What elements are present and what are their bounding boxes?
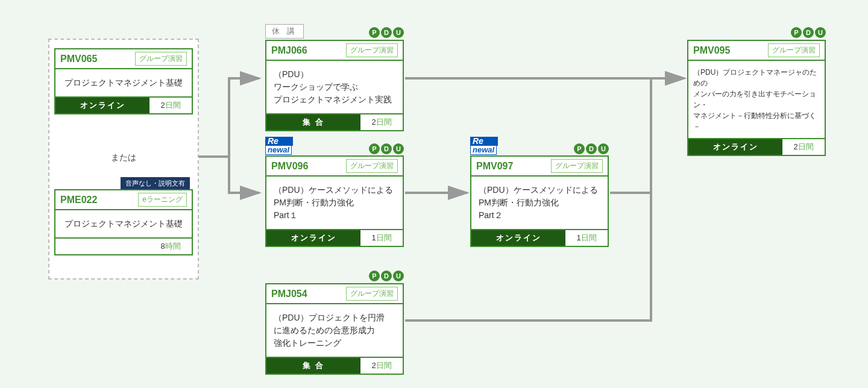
course-title: （PDU）ケースメソッドによるPM判断・行動力強化Part１ [266,177,403,229]
course-title: （PDU）プロジェクトを円滑に進めるための合意形成力強化トレーニング [266,304,403,357]
course-code: PMV095 [693,45,730,56]
pdu-icon: PDU [369,27,404,39]
pdu-icon: PDU [369,143,404,155]
course-type-badge: グループ演習 [346,287,398,301]
card-header: PMV096 グループ演習 [266,157,403,177]
course-type-badge: グループ演習 [135,52,187,66]
course-code: PMJ066 [271,45,307,56]
card-header: PMV097 グループ演習 [471,157,608,177]
card-footer: オンライン 2日間 [55,96,192,113]
renewal-icon: Re newal [470,137,500,155]
card-header: PMJ066 グループ演習 [266,41,403,61]
course-duration: 2日間 [360,358,403,374]
note-badge-audio: 音声なし・説明文有 [121,177,190,190]
course-mode: オンライン [688,139,782,155]
course-code: PMV065 [60,54,97,64]
course-mode: オンライン [471,230,565,246]
course-card-pmv097[interactable]: PMV097 グループ演習 （PDU）ケースメソッドによるPM判断・行動力強化P… [470,155,609,247]
course-duration: 2日間 [149,98,192,113]
course-card-pme022[interactable]: PME022 eラーニング プロジェクトマネジメント基礎 8時間 [54,189,193,255]
course-mode: 集 合 [266,358,360,374]
course-card-pmv065[interactable]: PMV065 グループ演習 プロジェクトマネジメント基礎 オンライン 2日間 [54,48,193,114]
card-header: PMV065 グループ演習 [55,49,192,69]
cancelled-badge: 休 講 [265,24,304,39]
card-footer: 集 合 2日間 [266,357,403,374]
card-footer: オンライン 2日間 [688,138,825,155]
badge-row-pmj054: PDU [265,268,404,282]
course-type-badge: グループ演習 [346,159,398,173]
course-code: PMV097 [476,161,513,172]
course-title: （PDU）ワークショップで学ぶプロジェクトマネジメント実践 [266,61,403,113]
card-footer: 8時間 [55,237,192,254]
renewal-icon: Re newal [265,137,295,155]
course-title: （PDU）ケースメソッドによるPM判断・行動力強化Part２ [471,177,608,229]
course-mode [55,239,149,254]
course-mode: 集 合 [266,114,360,130]
course-duration: 2日間 [360,114,403,130]
course-type-badge: eラーニング [138,193,187,207]
card-footer: オンライン 1日間 [471,229,608,246]
course-duration: 1日間 [565,230,608,246]
course-title: （PDU）プロジェクトマネージャのためのメンバーの力を引き出すモチベーション・マ… [688,61,825,138]
card-header: PME022 eラーニング [55,190,192,210]
card-header: PMV095 グループ演習 [688,41,825,61]
course-type-badge: グループ演習 [768,43,820,57]
course-duration: 1日間 [360,230,403,246]
course-code: PME022 [60,195,97,205]
or-label: または [105,152,142,163]
course-duration: 2日間 [782,139,825,155]
course-type-badge: グループ演習 [346,43,398,57]
course-card-pmj066[interactable]: PMJ066 グループ演習 （PDU）ワークショップで学ぶプロジェクトマネジメン… [265,40,404,131]
course-title: プロジェクトマネジメント基礎 [55,69,192,96]
diagram-canvas: または PMV065 グループ演習 プロジェクトマネジメント基礎 オンライン 2… [0,0,868,388]
course-card-pmv095[interactable]: PMV095 グループ演習 （PDU）プロジェクトマネージャのためのメンバーの力… [687,40,826,156]
course-mode: オンライン [266,230,360,246]
course-mode: オンライン [55,98,149,113]
course-code: PMJ054 [271,289,307,299]
course-card-pmj054[interactable]: PMJ054 グループ演習 （PDU）プロジェクトを円滑に進めるための合意形成力… [265,283,404,375]
badge-row-pmv097: Re newal PDU [470,136,609,155]
pdu-icon: PDU [369,270,404,282]
badge-row-pmv095: PDU [687,24,826,39]
card-footer: オンライン 1日間 [266,229,403,246]
card-header: PMJ054 グループ演習 [266,284,403,304]
pdu-icon: PDU [574,143,609,155]
pdu-icon: PDU [791,27,826,39]
course-type-badge: グループ演習 [551,159,603,173]
badge-row-pmv096: Re newal PDU [265,136,404,155]
card-footer: 集 合 2日間 [266,113,403,130]
course-title: プロジェクトマネジメント基礎 [55,210,192,237]
course-code: PMV096 [271,161,308,172]
badge-row-pmj066: 休 講 PDU [265,24,404,39]
course-card-pmv096[interactable]: PMV096 グループ演習 （PDU）ケースメソッドによるPM判断・行動力強化P… [265,155,404,247]
course-duration: 8時間 [149,239,192,254]
